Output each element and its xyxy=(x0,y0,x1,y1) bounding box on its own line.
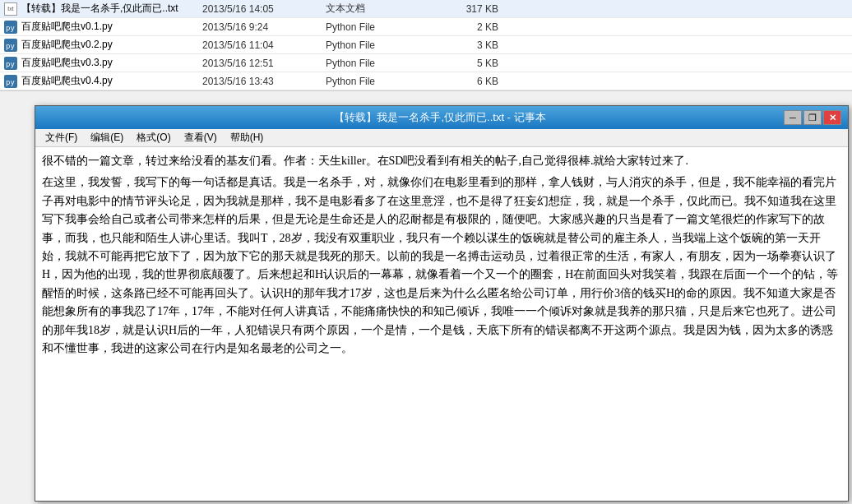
file-size: 317 KB xyxy=(433,3,498,15)
file-row[interactable]: py 百度贴吧爬虫v0.1.py 2013/5/16 9:24 Python F… xyxy=(0,18,852,36)
file-row[interactable]: py 百度贴吧爬虫v0.4.py 2013/5/16 13:43 Python … xyxy=(0,72,852,90)
file-size: 5 KB xyxy=(433,58,498,69)
menu-view[interactable]: 查看(V) xyxy=(178,129,224,146)
file-type: Python File xyxy=(326,21,433,33)
file-row[interactable]: txt 【转载】我是一名杀手,仅此而已..txt 2013/5/16 14:05… xyxy=(0,0,852,18)
file-date: 2013/5/16 9:24 xyxy=(202,21,326,33)
notepad-menubar: 文件(F) 编辑(E) 格式(O) 查看(V) 帮助(H) xyxy=(35,129,848,147)
menu-file[interactable]: 文件(F) xyxy=(39,129,84,146)
notepad-titlebar: 【转载】我是一名杀手,仅此而已..txt - 记事本 ─ ❐ ✕ xyxy=(35,106,848,129)
python-file-icon: py xyxy=(3,20,18,35)
file-name: 【转载】我是一名杀手,仅此而已..txt xyxy=(21,2,202,16)
notepad-content-area[interactable]: 很不错的一篇文章，转过来给没看的基友们看。作者：天生killer。在SD吧没看到… xyxy=(35,147,848,501)
titlebar-buttons: ─ ❐ ✕ xyxy=(784,110,841,125)
notepad-title: 【转载】我是一名杀手,仅此而已..txt - 记事本 xyxy=(96,110,784,125)
file-type: Python File xyxy=(326,76,433,87)
menu-edit[interactable]: 编辑(E) xyxy=(84,129,130,146)
notepad-window: 【转载】我是一名杀手,仅此而已..txt - 记事本 ─ ❐ ✕ 文件(F) 编… xyxy=(35,105,849,502)
file-date: 2013/5/16 12:51 xyxy=(202,58,326,69)
content-paragraph: 在这里，我发誓，我写下的每一句话都是真话。我是一名杀手，对，就像你们在电影里看到… xyxy=(42,173,841,358)
python-file-icon: py xyxy=(3,74,18,89)
restore-button[interactable]: ❐ xyxy=(803,110,822,125)
file-name: 百度贴吧爬虫v0.1.py xyxy=(21,20,202,34)
file-type: Python File xyxy=(326,39,433,51)
menu-format[interactable]: 格式(O) xyxy=(130,129,177,146)
file-name: 百度贴吧爬虫v0.4.py xyxy=(21,74,202,88)
file-type: Python File xyxy=(326,58,433,69)
minimize-button[interactable]: ─ xyxy=(784,110,802,125)
file-name: 百度贴吧爬虫v0.3.py xyxy=(21,56,202,70)
restore-icon: ❐ xyxy=(808,113,817,123)
python-file-icon: py xyxy=(3,56,18,71)
file-row[interactable]: py 百度贴吧爬虫v0.3.py 2013/5/16 12:51 Python … xyxy=(0,54,852,72)
minimize-icon: ─ xyxy=(789,113,796,123)
notepad-text: 很不错的一篇文章，转过来给没看的基友们看。作者：天生killer。在SD吧没看到… xyxy=(42,152,841,358)
file-row[interactable]: py 百度贴吧爬虫v0.2.py 2013/5/16 11:04 Python … xyxy=(0,36,852,54)
close-button[interactable]: ✕ xyxy=(823,110,841,125)
file-explorer: txt 【转载】我是一名杀手,仅此而已..txt 2013/5/16 14:05… xyxy=(0,0,852,91)
file-size: 6 KB xyxy=(433,76,498,87)
file-type: 文本文档 xyxy=(326,2,433,16)
file-date: 2013/5/16 11:04 xyxy=(202,39,326,51)
svg-text:py: py xyxy=(6,78,15,86)
file-size: 3 KB xyxy=(433,39,498,51)
python-file-icon: py xyxy=(3,38,18,53)
file-name: 百度贴吧爬虫v0.2.py xyxy=(21,38,202,52)
svg-text:py: py xyxy=(6,60,15,68)
text-file-icon: txt xyxy=(3,2,18,16)
content-paragraph: 很不错的一篇文章，转过来给没看的基友们看。作者：天生killer。在SD吧没看到… xyxy=(42,152,841,170)
close-icon: ✕ xyxy=(829,113,836,123)
file-date: 2013/5/16 14:05 xyxy=(202,3,326,15)
svg-text:py: py xyxy=(6,42,15,50)
menu-help[interactable]: 帮助(H) xyxy=(224,129,271,146)
svg-text:py: py xyxy=(6,24,15,32)
file-date: 2013/5/16 13:43 xyxy=(202,76,326,87)
file-size: 2 KB xyxy=(433,21,498,33)
